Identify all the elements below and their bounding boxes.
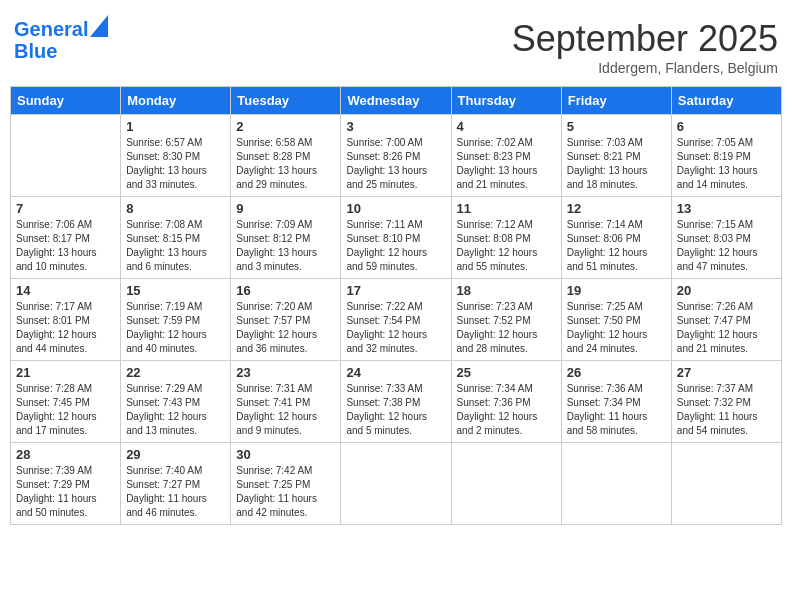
day-number: 19 <box>567 283 666 298</box>
calendar-week-row: 28Sunrise: 7:39 AM Sunset: 7:29 PM Dayli… <box>11 443 782 525</box>
calendar-cell-day-28: 28Sunrise: 7:39 AM Sunset: 7:29 PM Dayli… <box>11 443 121 525</box>
calendar-cell-day-20: 20Sunrise: 7:26 AM Sunset: 7:47 PM Dayli… <box>671 279 781 361</box>
calendar-cell-day-25: 25Sunrise: 7:34 AM Sunset: 7:36 PM Dayli… <box>451 361 561 443</box>
day-content: Sunrise: 7:25 AM Sunset: 7:50 PM Dayligh… <box>567 300 666 356</box>
calendar-cell-day-15: 15Sunrise: 7:19 AM Sunset: 7:59 PM Dayli… <box>121 279 231 361</box>
calendar-week-row: 21Sunrise: 7:28 AM Sunset: 7:45 PM Dayli… <box>11 361 782 443</box>
calendar-week-row: 14Sunrise: 7:17 AM Sunset: 8:01 PM Dayli… <box>11 279 782 361</box>
day-number: 5 <box>567 119 666 134</box>
day-content: Sunrise: 6:57 AM Sunset: 8:30 PM Dayligh… <box>126 136 225 192</box>
weekday-header-friday: Friday <box>561 87 671 115</box>
calendar-cell-day-23: 23Sunrise: 7:31 AM Sunset: 7:41 PM Dayli… <box>231 361 341 443</box>
day-number: 14 <box>16 283 115 298</box>
day-content: Sunrise: 7:42 AM Sunset: 7:25 PM Dayligh… <box>236 464 335 520</box>
day-content: Sunrise: 7:23 AM Sunset: 7:52 PM Dayligh… <box>457 300 556 356</box>
day-content: Sunrise: 7:17 AM Sunset: 8:01 PM Dayligh… <box>16 300 115 356</box>
day-content: Sunrise: 7:11 AM Sunset: 8:10 PM Dayligh… <box>346 218 445 274</box>
weekday-header-row: SundayMondayTuesdayWednesdayThursdayFrid… <box>11 87 782 115</box>
calendar-cell-day-6: 6Sunrise: 7:05 AM Sunset: 8:19 PM Daylig… <box>671 115 781 197</box>
day-number: 25 <box>457 365 556 380</box>
calendar-cell-day-27: 27Sunrise: 7:37 AM Sunset: 7:32 PM Dayli… <box>671 361 781 443</box>
calendar-cell-day-12: 12Sunrise: 7:14 AM Sunset: 8:06 PM Dayli… <box>561 197 671 279</box>
day-number: 4 <box>457 119 556 134</box>
day-number: 23 <box>236 365 335 380</box>
calendar-cell-day-29: 29Sunrise: 7:40 AM Sunset: 7:27 PM Dayli… <box>121 443 231 525</box>
day-number: 30 <box>236 447 335 462</box>
day-content: Sunrise: 7:20 AM Sunset: 7:57 PM Dayligh… <box>236 300 335 356</box>
calendar-cell-day-9: 9Sunrise: 7:09 AM Sunset: 8:12 PM Daylig… <box>231 197 341 279</box>
calendar-cell-empty <box>11 115 121 197</box>
day-number: 8 <box>126 201 225 216</box>
day-number: 12 <box>567 201 666 216</box>
day-content: Sunrise: 7:06 AM Sunset: 8:17 PM Dayligh… <box>16 218 115 274</box>
calendar-cell-day-1: 1Sunrise: 6:57 AM Sunset: 8:30 PM Daylig… <box>121 115 231 197</box>
calendar-week-row: 1Sunrise: 6:57 AM Sunset: 8:30 PM Daylig… <box>11 115 782 197</box>
calendar-cell-day-13: 13Sunrise: 7:15 AM Sunset: 8:03 PM Dayli… <box>671 197 781 279</box>
day-content: Sunrise: 7:14 AM Sunset: 8:06 PM Dayligh… <box>567 218 666 274</box>
calendar-cell-day-7: 7Sunrise: 7:06 AM Sunset: 8:17 PM Daylig… <box>11 197 121 279</box>
day-content: Sunrise: 7:29 AM Sunset: 7:43 PM Dayligh… <box>126 382 225 438</box>
calendar-cell-day-16: 16Sunrise: 7:20 AM Sunset: 7:57 PM Dayli… <box>231 279 341 361</box>
calendar-table: SundayMondayTuesdayWednesdayThursdayFrid… <box>10 86 782 525</box>
calendar-cell-day-24: 24Sunrise: 7:33 AM Sunset: 7:38 PM Dayli… <box>341 361 451 443</box>
day-number: 1 <box>126 119 225 134</box>
logo: General Blue <box>14 18 108 62</box>
day-number: 10 <box>346 201 445 216</box>
day-number: 28 <box>16 447 115 462</box>
svg-marker-0 <box>90 15 108 37</box>
day-content: Sunrise: 7:03 AM Sunset: 8:21 PM Dayligh… <box>567 136 666 192</box>
calendar-cell-empty <box>341 443 451 525</box>
day-number: 2 <box>236 119 335 134</box>
weekday-header-sunday: Sunday <box>11 87 121 115</box>
calendar-week-row: 7Sunrise: 7:06 AM Sunset: 8:17 PM Daylig… <box>11 197 782 279</box>
location: Iddergem, Flanders, Belgium <box>512 60 778 76</box>
day-number: 20 <box>677 283 776 298</box>
weekday-header-thursday: Thursday <box>451 87 561 115</box>
day-content: Sunrise: 7:00 AM Sunset: 8:26 PM Dayligh… <box>346 136 445 192</box>
page-header: General Blue September 2025 Iddergem, Fl… <box>10 10 782 80</box>
day-number: 18 <box>457 283 556 298</box>
day-number: 29 <box>126 447 225 462</box>
day-number: 15 <box>126 283 225 298</box>
logo-icon <box>90 15 108 37</box>
day-content: Sunrise: 7:39 AM Sunset: 7:29 PM Dayligh… <box>16 464 115 520</box>
day-number: 27 <box>677 365 776 380</box>
day-number: 13 <box>677 201 776 216</box>
day-content: Sunrise: 7:36 AM Sunset: 7:34 PM Dayligh… <box>567 382 666 438</box>
day-number: 16 <box>236 283 335 298</box>
day-number: 11 <box>457 201 556 216</box>
day-number: 3 <box>346 119 445 134</box>
calendar-cell-day-4: 4Sunrise: 7:02 AM Sunset: 8:23 PM Daylig… <box>451 115 561 197</box>
day-content: Sunrise: 7:09 AM Sunset: 8:12 PM Dayligh… <box>236 218 335 274</box>
calendar-cell-empty <box>671 443 781 525</box>
day-number: 17 <box>346 283 445 298</box>
calendar-cell-day-2: 2Sunrise: 6:58 AM Sunset: 8:28 PM Daylig… <box>231 115 341 197</box>
day-content: Sunrise: 7:22 AM Sunset: 7:54 PM Dayligh… <box>346 300 445 356</box>
calendar-cell-day-3: 3Sunrise: 7:00 AM Sunset: 8:26 PM Daylig… <box>341 115 451 197</box>
day-content: Sunrise: 7:08 AM Sunset: 8:15 PM Dayligh… <box>126 218 225 274</box>
day-content: Sunrise: 7:02 AM Sunset: 8:23 PM Dayligh… <box>457 136 556 192</box>
calendar-cell-day-19: 19Sunrise: 7:25 AM Sunset: 7:50 PM Dayli… <box>561 279 671 361</box>
calendar-cell-day-5: 5Sunrise: 7:03 AM Sunset: 8:21 PM Daylig… <box>561 115 671 197</box>
title-block: September 2025 Iddergem, Flanders, Belgi… <box>512 18 778 76</box>
calendar-cell-day-10: 10Sunrise: 7:11 AM Sunset: 8:10 PM Dayli… <box>341 197 451 279</box>
day-content: Sunrise: 7:05 AM Sunset: 8:19 PM Dayligh… <box>677 136 776 192</box>
day-content: Sunrise: 7:31 AM Sunset: 7:41 PM Dayligh… <box>236 382 335 438</box>
day-content: Sunrise: 7:40 AM Sunset: 7:27 PM Dayligh… <box>126 464 225 520</box>
day-content: Sunrise: 7:19 AM Sunset: 7:59 PM Dayligh… <box>126 300 225 356</box>
logo-text-general: General <box>14 18 88 40</box>
calendar-cell-day-8: 8Sunrise: 7:08 AM Sunset: 8:15 PM Daylig… <box>121 197 231 279</box>
calendar-cell-empty <box>561 443 671 525</box>
logo-text-blue: Blue <box>14 40 57 62</box>
calendar-cell-day-26: 26Sunrise: 7:36 AM Sunset: 7:34 PM Dayli… <box>561 361 671 443</box>
weekday-header-monday: Monday <box>121 87 231 115</box>
day-content: Sunrise: 7:15 AM Sunset: 8:03 PM Dayligh… <box>677 218 776 274</box>
calendar-cell-day-30: 30Sunrise: 7:42 AM Sunset: 7:25 PM Dayli… <box>231 443 341 525</box>
calendar-cell-day-22: 22Sunrise: 7:29 AM Sunset: 7:43 PM Dayli… <box>121 361 231 443</box>
weekday-header-tuesday: Tuesday <box>231 87 341 115</box>
day-number: 26 <box>567 365 666 380</box>
day-number: 6 <box>677 119 776 134</box>
day-number: 9 <box>236 201 335 216</box>
day-content: Sunrise: 7:37 AM Sunset: 7:32 PM Dayligh… <box>677 382 776 438</box>
weekday-header-saturday: Saturday <box>671 87 781 115</box>
